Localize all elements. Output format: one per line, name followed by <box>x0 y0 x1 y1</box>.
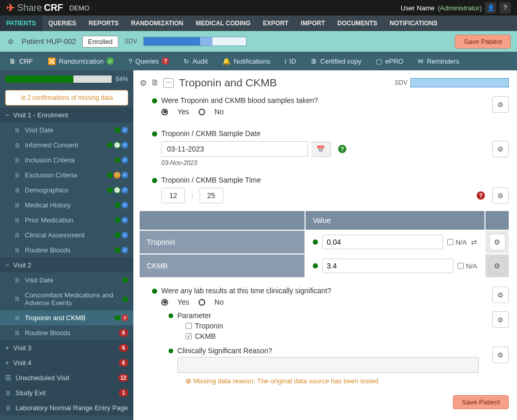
q4-no-radio[interactable] <box>199 299 205 306</box>
visit-1-header[interactable]: −Visit 1 - Enrolment <box>0 108 133 123</box>
subtab-audit[interactable]: ↻Audit <box>184 57 208 65</box>
sidebar-routine-bloods[interactable]: 🗎Routine Bloods✓ <box>0 243 133 258</box>
calendar-button[interactable]: 📅 <box>311 142 331 157</box>
param-ckmb-label: CKMB <box>195 332 216 340</box>
confirm-missing-banner[interactable]: ⊘ 2 confirmations of missing data <box>5 90 128 106</box>
shuffle-icon: 🔀 <box>48 57 56 65</box>
page-title: Troponin and CKMB <box>179 77 277 89</box>
sidebar-exclusion-criteria[interactable]: 🗎Exclusion Criteria🔒✓ <box>0 168 133 183</box>
q4-gear-button[interactable]: ⚙ <box>492 287 509 303</box>
alert-icon[interactable]: ? <box>477 191 485 200</box>
sidebar-v2-troponin[interactable]: 🗎Troponin and CKMB? <box>0 310 133 325</box>
q1-gear-button[interactable]: ⚙ <box>492 96 509 113</box>
sample-date-input[interactable] <box>161 141 308 157</box>
save-patient-button-bottom[interactable]: Save Patient <box>453 395 509 409</box>
troponin-input[interactable] <box>322 235 443 249</box>
nav-import[interactable]: IMPORT <box>295 16 331 31</box>
q3-gear-button[interactable]: ⚙ <box>492 187 509 204</box>
list-icon: ☰ <box>5 374 11 382</box>
csr-gear-button[interactable]: ⚙ <box>492 347 509 363</box>
q1-yes-radio[interactable] <box>161 109 168 115</box>
doc-icon: 🗎 <box>14 127 21 134</box>
sidebar: 64% ⊘ 2 confirmations of missing data −V… <box>0 70 133 420</box>
mail-icon: ✉ <box>418 57 423 65</box>
nav-patients[interactable]: PATIENTS <box>0 16 42 31</box>
na-checkbox[interactable] <box>458 263 464 269</box>
study-exit[interactable]: 🗎Study Exit1 <box>0 385 133 400</box>
sidebar-v2-routine-bloods[interactable]: 🗎Routine Bloods6 <box>0 325 133 340</box>
subtab-epro[interactable]: ▢ePRO <box>376 57 403 65</box>
subtab-certified[interactable]: 🗎Certified copy <box>311 57 361 65</box>
sidebar-v2-conmed[interactable]: 🗎Concomitant Medications and Adverse Eve… <box>0 288 133 310</box>
sidebar-informed-consent[interactable]: 🗎Informed Consent✓✓ <box>0 138 133 153</box>
bell-icon: 🔔 <box>222 57 231 65</box>
yes-label: Yes <box>177 108 189 116</box>
badge: 6 <box>119 359 128 367</box>
more-icon[interactable]: ⋯ <box>163 78 174 88</box>
save-patient-button[interactable]: Save Patient <box>455 35 511 49</box>
q1-no-radio[interactable] <box>199 109 205 115</box>
sdv-progress <box>143 37 247 46</box>
badge: 1 <box>119 389 128 397</box>
csr-input[interactable] <box>177 357 479 373</box>
page-icon[interactable]: 🗎 <box>151 78 159 88</box>
na-label: N/A <box>466 262 477 270</box>
time-hh-input[interactable] <box>161 188 185 203</box>
patient-gear-icon[interactable]: ⚙ <box>6 37 16 46</box>
row-troponin: Troponin N/A ⇄ ⚙ <box>140 230 509 254</box>
status-dot <box>152 178 157 183</box>
nav-notifications[interactable]: NOTIFICATIONS <box>384 16 444 31</box>
lab-normal-range[interactable]: 🗎Laboratory Normal Range Entry Page <box>0 400 133 415</box>
subtab-reminders[interactable]: ✉Reminders <box>418 57 459 65</box>
sidebar-prior-medication[interactable]: 🗎Prior Medication✓ <box>0 213 133 228</box>
doc-icon: 🗎 <box>14 232 21 239</box>
status-dot <box>152 289 157 294</box>
q4-yes-radio[interactable] <box>161 299 168 306</box>
value-header: Value <box>305 211 485 230</box>
subtab-notifications[interactable]: 🔔Notifications <box>222 57 270 65</box>
param-gear-button[interactable]: ⚙ <box>492 311 509 328</box>
sidebar-demographics[interactable]: 🗎Demographics✓✓ <box>0 183 133 198</box>
na-checkbox[interactable] <box>447 239 453 245</box>
param-ckmb-checkbox[interactable]: ✓ <box>186 333 192 339</box>
nav-documents[interactable]: DOCUMENTS <box>331 16 384 31</box>
nav-reports[interactable]: REPORTS <box>83 16 125 31</box>
row-label: Troponin <box>140 230 305 254</box>
certificate-icon: 🗎 <box>311 57 317 65</box>
unscheduled-visit[interactable]: ☰Unscheduled Visit12 <box>0 370 133 385</box>
lab-table: Value Troponin N/A ⇄ ⚙ CKMB <box>140 211 509 277</box>
gear-icon[interactable]: ⚙ <box>140 78 147 88</box>
help-icon[interactable]: ? <box>499 2 511 13</box>
help-icon[interactable]: ? <box>338 145 346 153</box>
subtab-randomization[interactable]: 🔀Randomization✓ <box>48 57 114 65</box>
sidebar-v2-visit-date[interactable]: 🗎Visit Date <box>0 273 133 288</box>
swap-icon[interactable]: ⇄ <box>471 238 477 246</box>
nav-medical-coding[interactable]: MEDICAL CODING <box>190 16 257 31</box>
subtab-crf[interactable]: 🗎CRF <box>9 57 33 65</box>
history-icon: ↻ <box>184 57 189 65</box>
visit-2-header[interactable]: −Visit 2 <box>0 258 133 273</box>
row-gear-button[interactable]: ⚙ <box>489 258 506 274</box>
param-troponin-checkbox[interactable] <box>186 323 192 329</box>
ckmb-input[interactable] <box>322 259 453 273</box>
sidebar-visit-date[interactable]: 🗎Visit Date✓ <box>0 123 133 138</box>
row-gear-button[interactable]: ⚙ <box>489 234 506 250</box>
nav-randomization[interactable]: RANDOMIZATION <box>125 16 190 31</box>
visit-4-header[interactable]: +Visit 46 <box>0 355 133 370</box>
no-label: No <box>215 108 224 116</box>
subtab-id[interactable]: iID <box>285 57 296 65</box>
subtab-queries[interactable]: ?Queries? <box>128 57 169 65</box>
visit-3-header[interactable]: +Visit 36 <box>0 340 133 355</box>
user-icon[interactable]: 👤 <box>485 2 496 13</box>
nav-export[interactable]: EXPORT <box>256 16 294 31</box>
sidebar-inclusion-criteria[interactable]: 🗎Inclusion Criteria✓ <box>0 153 133 168</box>
badge: 6 <box>119 344 128 352</box>
sidebar-clinical-assessment[interactable]: 🗎Clinical Assessment✓ <box>0 228 133 243</box>
time-mm-input[interactable] <box>200 188 223 203</box>
q2-gear-button[interactable]: ⚙ <box>492 141 509 157</box>
user-name: User Name <box>401 4 435 12</box>
csr-label: Clinically Significant Reason? <box>177 347 488 355</box>
user-role: (Administrator) <box>438 4 482 12</box>
sidebar-medical-history[interactable]: 🗎Medical History✓ <box>0 198 133 213</box>
nav-queries[interactable]: QUERIES <box>42 16 83 31</box>
